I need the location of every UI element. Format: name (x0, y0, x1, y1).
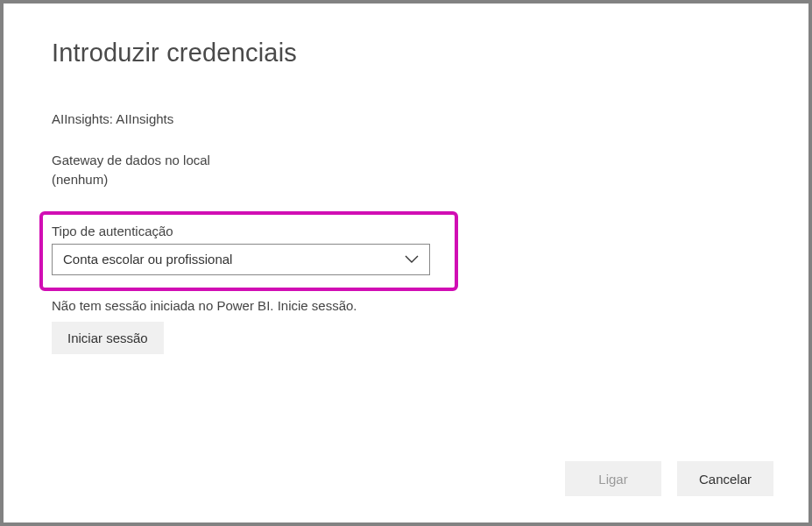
signin-status: Não tem sessão iniciada no Power BI. Ini… (52, 298, 760, 313)
dialog-title: Introduzir credenciais (52, 39, 760, 68)
signin-button[interactable]: Iniciar sessão (52, 322, 164, 354)
cancel-button[interactable]: Cancelar (677, 461, 773, 496)
chevron-down-icon (405, 255, 419, 264)
datasource-info: AIInsights: AIInsights (52, 110, 760, 130)
gateway-value: (nenhum) (52, 170, 760, 190)
dialog-footer: Ligar Cancelar (565, 461, 773, 496)
datasource-line: AIInsights: AIInsights (52, 110, 760, 130)
auth-type-highlight: Tipo de autenticação Conta escolar ou pr… (39, 211, 458, 291)
gateway-info: Gateway de dados no local (nenhum) (52, 151, 760, 190)
credentials-dialog: Introduzir credenciais AIInsights: AIIns… (4, 4, 808, 522)
auth-type-label: Tipo de autenticação (52, 224, 446, 238)
connect-button[interactable]: Ligar (565, 461, 661, 496)
gateway-label: Gateway de dados no local (52, 151, 760, 171)
auth-type-value: Conta escolar ou profissional (63, 252, 232, 267)
auth-type-select[interactable]: Conta escolar ou profissional (52, 244, 430, 275)
